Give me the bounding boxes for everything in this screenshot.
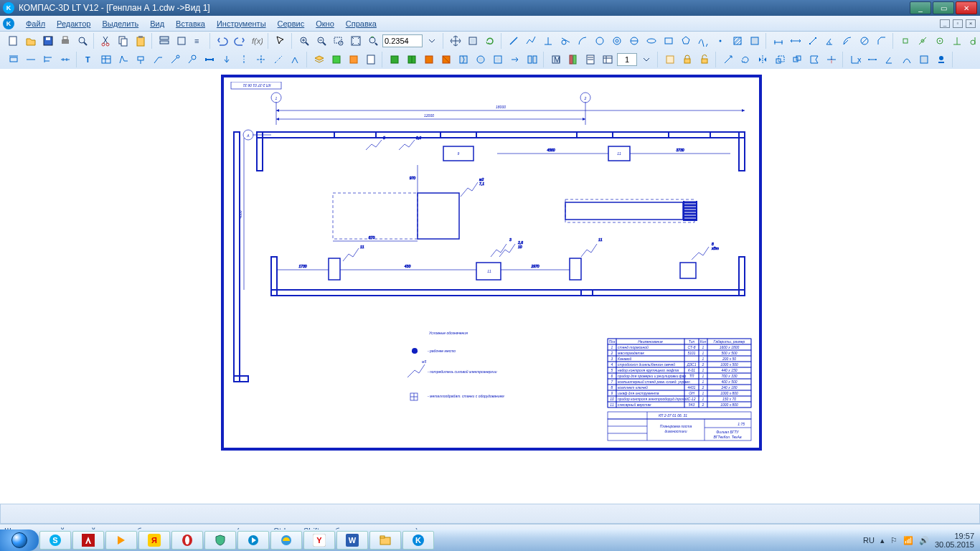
menu-select[interactable]: Выделить (96, 18, 144, 29)
mirror-tool-icon[interactable] (755, 52, 771, 67)
view-arrow-icon[interactable] (219, 52, 235, 67)
taskbar-explorer-icon[interactable] (369, 531, 401, 550)
zoom-out-icon[interactable] (314, 33, 329, 49)
mass-icon[interactable] (933, 52, 949, 67)
doc-icon[interactable] (363, 52, 379, 67)
minimize-button[interactable]: _ (910, 1, 931, 14)
rect-tool-icon[interactable] (661, 33, 677, 49)
spec-icon[interactable] (583, 52, 598, 67)
weld-icon[interactable] (288, 52, 303, 67)
line-tool-icon[interactable] (506, 33, 522, 49)
move-tool-icon[interactable] (720, 52, 736, 67)
print-icon[interactable] (57, 33, 73, 49)
leader-icon[interactable] (150, 52, 166, 67)
paste-icon[interactable] (133, 33, 149, 49)
taskbar-ie-icon[interactable] (270, 531, 302, 550)
menu-window[interactable]: Окно (310, 18, 340, 29)
selector-icon[interactable] (273, 33, 288, 49)
menu-tools[interactable]: Инструменты (211, 18, 272, 29)
section-icon[interactable] (202, 52, 217, 67)
redo-icon[interactable] (232, 33, 248, 49)
taskbar-ybrowser-icon[interactable]: Y (303, 531, 335, 550)
zoom-input[interactable] (382, 34, 423, 47)
coord-icon[interactable]: x (847, 52, 863, 67)
new-icon[interactable] (6, 33, 22, 49)
copy-tool-icon[interactable] (789, 52, 805, 67)
unprotect-icon[interactable] (697, 52, 712, 67)
lib-icon[interactable] (565, 52, 581, 67)
circle-tool-icon[interactable] (592, 33, 608, 49)
ellipse-tool-icon[interactable] (644, 33, 659, 49)
dim-chain-icon[interactable] (57, 52, 73, 67)
axis-icon[interactable] (270, 52, 286, 67)
table-icon[interactable] (98, 52, 114, 67)
view-side-icon[interactable] (404, 52, 420, 67)
menu-help[interactable]: Справка (340, 18, 382, 29)
point-tool-icon[interactable] (712, 33, 728, 49)
tray-up-icon[interactable]: ▴ (880, 536, 885, 545)
pan-icon[interactable] (448, 33, 463, 49)
variable-icon[interactable]: ≡ (191, 33, 207, 49)
taskbar-adobe-icon[interactable] (72, 531, 104, 550)
taskbar-defender-icon[interactable] (204, 531, 236, 550)
scale-tool-icon[interactable] (772, 52, 788, 67)
undo-icon[interactable] (215, 33, 230, 49)
dim-baseline-icon[interactable] (40, 52, 56, 67)
spline-tool-icon[interactable] (695, 33, 711, 49)
centermark-icon[interactable] (253, 52, 269, 67)
close-button[interactable]: ✕ (956, 1, 977, 14)
taskbar-word-icon[interactable]: W (336, 531, 368, 550)
layer-icon[interactable] (311, 52, 327, 67)
preview-icon[interactable] (75, 33, 90, 49)
view-front-icon[interactable] (387, 52, 402, 67)
lang-indicator[interactable]: RU (863, 536, 875, 545)
zoom-in-icon[interactable] (296, 33, 312, 49)
properties-icon[interactable] (156, 33, 172, 49)
taskbar-wmp-icon[interactable] (237, 531, 269, 550)
protect-icon[interactable] (679, 52, 695, 67)
trim-tool-icon[interactable] (824, 52, 839, 67)
dim-diag-icon[interactable] (805, 33, 821, 49)
menu-edit[interactable]: Редактор (51, 18, 96, 29)
macro-icon[interactable]: M (548, 52, 564, 67)
snap-mid-icon[interactable] (915, 33, 930, 49)
perpendicular-icon[interactable] (540, 33, 556, 49)
taskbar-winamp-icon[interactable] (105, 531, 137, 550)
taskbar-skype-icon[interactable]: S (39, 531, 71, 550)
datum-icon[interactable] (133, 52, 149, 67)
snap-end-icon[interactable] (897, 33, 913, 49)
zoom-fit-icon[interactable] (348, 33, 364, 49)
cut-icon[interactable] (98, 33, 114, 49)
dim-diam-icon[interactable] (857, 33, 872, 49)
text-icon[interactable]: T (81, 52, 97, 67)
hatch-tool-icon[interactable] (730, 33, 745, 49)
dist-icon[interactable] (864, 52, 880, 67)
taskbar-yandex-icon[interactable]: Я (138, 531, 170, 550)
mdi-minimize[interactable]: _ (940, 19, 950, 28)
tangent-icon[interactable] (557, 33, 573, 49)
dim-horiz-icon[interactable] (788, 33, 804, 49)
roughness-icon[interactable] (116, 52, 131, 67)
angle-icon[interactable] (882, 52, 897, 67)
view-arrow2-icon[interactable] (507, 52, 523, 67)
zoom-redo-icon[interactable] (365, 33, 381, 49)
dim-angle-icon[interactable] (822, 33, 838, 49)
tray-volume-icon[interactable]: 🔊 (919, 536, 929, 545)
taskbar-kompas-icon[interactable]: K (402, 531, 434, 550)
menu-service[interactable]: Сервис (272, 18, 311, 29)
start-button[interactable] (0, 529, 39, 551)
fit-all-icon[interactable] (465, 33, 481, 49)
drawing-canvas[interactable]: КП 2-37 01 06 31 1 2 А 18000 (0, 69, 980, 508)
snap-center-icon[interactable] (932, 33, 948, 49)
rotate-tool-icon[interactable] (738, 52, 753, 67)
bom-icon[interactable] (600, 52, 616, 67)
fx-icon[interactable]: f(x) (249, 33, 265, 49)
centerline-icon[interactable] (236, 52, 252, 67)
zoom-frame-icon[interactable] (331, 33, 347, 49)
mdi-restore[interactable]: ▫ (953, 19, 963, 28)
arc-tool-icon[interactable] (575, 33, 590, 49)
leader2-icon[interactable] (167, 52, 183, 67)
block-orange-icon[interactable] (346, 52, 362, 67)
zoom-dropdown-icon[interactable] (424, 33, 440, 49)
view-local-icon[interactable] (490, 52, 506, 67)
